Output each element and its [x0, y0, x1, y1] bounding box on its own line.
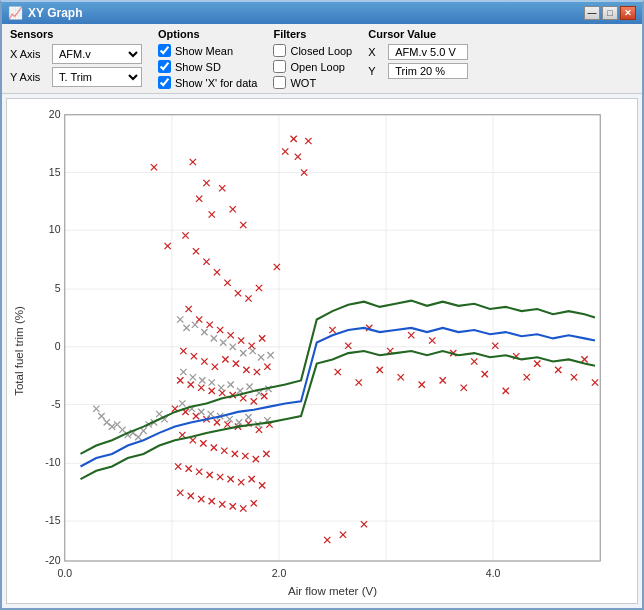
- show-mean-label: Show Mean: [175, 45, 233, 57]
- grid-lines-v: [65, 115, 601, 561]
- minimize-button[interactable]: —: [584, 6, 600, 20]
- svg-text:10: 10: [49, 223, 61, 235]
- show-sd-row: Show SD: [158, 60, 257, 73]
- options-group: Options Show Mean Show SD Show 'X' for d…: [158, 28, 257, 89]
- window-controls: — □ ✕: [584, 6, 636, 20]
- cursor-y-row: Y Trim 20 %: [368, 63, 468, 79]
- closed-loop-checkbox[interactable]: [273, 44, 286, 57]
- cursor-y-value: Trim 20 %: [388, 63, 468, 79]
- grid-lines-h: [65, 115, 601, 561]
- svg-text:0: 0: [55, 340, 61, 352]
- show-x-label: Show 'X' for data: [175, 77, 257, 89]
- open-loop-checkbox[interactable]: [273, 60, 286, 73]
- closed-loop-row: Closed Loop: [273, 44, 352, 57]
- data-points-red: [151, 136, 598, 543]
- filters-label: Filters: [273, 28, 352, 40]
- svg-text:5: 5: [55, 282, 61, 294]
- svg-text:2.0: 2.0: [272, 567, 287, 579]
- cursor-label: Cursor Value: [368, 28, 468, 40]
- show-sd-checkbox[interactable]: [158, 60, 171, 73]
- filters-group: Filters Closed Loop Open Loop WOT: [273, 28, 352, 89]
- y-axis-row: Y Axis T. Trim: [10, 67, 142, 87]
- sd-upper-line: [81, 301, 596, 454]
- open-loop-row: Open Loop: [273, 60, 352, 73]
- x-axis-select[interactable]: AFM.v: [52, 44, 142, 64]
- y-axis-select[interactable]: T. Trim: [52, 67, 142, 87]
- maximize-button[interactable]: □: [602, 6, 618, 20]
- wot-row: WOT: [273, 76, 352, 89]
- x-axis-label: X Axis: [10, 48, 48, 60]
- wot-checkbox[interactable]: [273, 76, 286, 89]
- chart-svg: Total fuel trim (%): [7, 99, 637, 603]
- options-label: Options: [158, 28, 257, 40]
- svg-text:-15: -15: [45, 514, 60, 526]
- x-axis-label-text: Air flow meter (V): [288, 585, 377, 597]
- svg-text:4.0: 4.0: [486, 567, 501, 579]
- show-mean-checkbox[interactable]: [158, 44, 171, 57]
- y-axis-label: Y Axis: [10, 71, 48, 83]
- controls-area: Sensors X Axis AFM.v Y Axis T. Trim Opti…: [2, 24, 642, 94]
- svg-text:-5: -5: [51, 398, 60, 410]
- svg-text:-10: -10: [45, 457, 60, 469]
- cursor-y-symbol: Y: [368, 65, 382, 77]
- window-icon: 📈: [8, 6, 23, 20]
- closed-loop-label: Closed Loop: [290, 45, 352, 57]
- window-title: XY Graph: [28, 6, 584, 20]
- title-bar: 📈 XY Graph — □ ✕: [2, 2, 642, 24]
- y-axis-label: Total fuel trim (%): [13, 306, 25, 396]
- cursor-group: Cursor Value X AFM.v 5.0 V Y Trim 20 %: [368, 28, 468, 89]
- svg-text:20: 20: [49, 108, 61, 120]
- x-axis-row: X Axis AFM.v: [10, 44, 142, 64]
- svg-text:-20: -20: [45, 554, 60, 566]
- show-mean-row: Show Mean: [158, 44, 257, 57]
- open-loop-label: Open Loop: [290, 61, 344, 73]
- sensors-group: Sensors X Axis AFM.v Y Axis T. Trim: [10, 28, 142, 89]
- wot-label: WOT: [290, 77, 316, 89]
- show-sd-label: Show SD: [175, 61, 221, 73]
- close-button[interactable]: ✕: [620, 6, 636, 20]
- show-x-checkbox[interactable]: [158, 76, 171, 89]
- main-window: 📈 XY Graph — □ ✕ Sensors X Axis AFM.v Y …: [0, 0, 644, 610]
- cursor-x-row: X AFM.v 5.0 V: [368, 44, 468, 60]
- x-tick-labels: 0.0 2.0 4.0: [57, 567, 500, 579]
- chart-border: [65, 115, 601, 561]
- y-tick-labels: 20 15 10 5 0 -5 -10 -15 -20: [45, 108, 60, 566]
- svg-text:0.0: 0.0: [57, 567, 72, 579]
- cursor-x-value: AFM.v 5.0 V: [388, 44, 468, 60]
- cursor-x-symbol: X: [368, 46, 382, 58]
- svg-text:15: 15: [49, 166, 61, 178]
- show-x-row: Show 'X' for data: [158, 76, 257, 89]
- sensors-label: Sensors: [10, 28, 142, 40]
- chart-area[interactable]: Total fuel trim (%): [6, 98, 638, 604]
